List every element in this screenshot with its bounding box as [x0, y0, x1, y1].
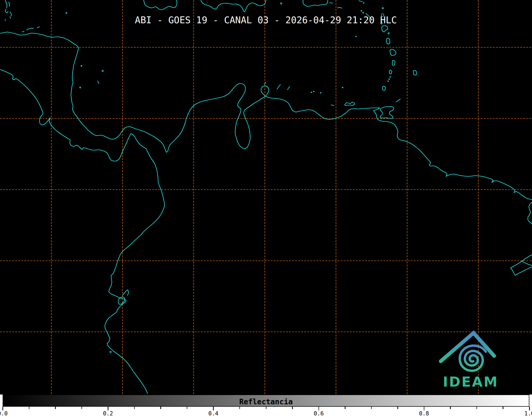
- ideam-logo-hurricane-spiral-icon: [460, 346, 486, 371]
- coastline-caribbean-mainland: [0, 32, 532, 224]
- colorbar-minor-tick: [371, 407, 372, 409]
- colorbar-major-tick: [319, 407, 319, 410]
- la-orchila: [320, 93, 321, 93]
- ideam-logo-text: IDEAM: [443, 374, 498, 390]
- grenadines-1: [390, 77, 391, 77]
- guadeloupe: [382, 25, 388, 32]
- corn-islands: [80, 87, 81, 88]
- st-barth: [363, 3, 364, 3]
- colorbar-tick-label: 0.0: [0, 410, 8, 417]
- colorbar-minor-tick: [55, 407, 56, 409]
- san-andres-island: [98, 81, 99, 84]
- bonaire: [288, 86, 290, 90]
- colorbar-minor-tick: [345, 407, 345, 409]
- colorbar-gradient: Reflectancia: [3, 395, 529, 407]
- grenada: [383, 86, 385, 90]
- los-roques: [311, 92, 312, 93]
- trinidad: [380, 107, 394, 118]
- colorbar-minor-tick: [239, 407, 240, 409]
- coastline-puerto-rico: [303, 0, 328, 6]
- anguilla-st-martin: [359, 1, 362, 2]
- colorbar-minor-tick: [397, 407, 398, 409]
- colorbar-minor-tick: [160, 407, 161, 409]
- mona-island: [281, 3, 282, 4]
- satellite-map: ABI - GOES 19 - CANAL 03 - 2026-04-29 21…: [0, 0, 532, 395]
- amazon-estuary: [511, 255, 532, 275]
- martinique: [390, 49, 396, 56]
- coastlines: [0, 0, 532, 393]
- st-vincent: [389, 70, 392, 74]
- la-tortuga: [331, 105, 334, 106]
- colorbar-tick-label: 0.6: [314, 410, 324, 417]
- st-lucia: [392, 61, 395, 66]
- aves-island: [356, 36, 357, 37]
- grenadines-2: [389, 79, 390, 80]
- colorbar-minor-tick: [134, 407, 135, 409]
- colorbar-tick-label: 0.4: [208, 410, 218, 417]
- colorbar-major-tick: [2, 407, 3, 410]
- curacao: [277, 85, 280, 89]
- colorbar-minor-tick: [266, 407, 267, 409]
- colorbar-minor-tick: [81, 407, 82, 409]
- st-eustatius: [363, 12, 364, 13]
- coastline-jamaica: [144, 0, 177, 10]
- colorbar-minor-tick: [187, 407, 188, 409]
- puna-island: [118, 290, 129, 304]
- coastline-belize-reef: [5, 0, 11, 21]
- map-title: ABI - GOES 19 - CANAL 03 - 2026-04-29 21…: [135, 15, 397, 25]
- barbados: [413, 71, 417, 75]
- colorbar-major-tick: [108, 407, 108, 410]
- colorbar-major-tick: [424, 407, 425, 410]
- graticule-grid: [0, 0, 532, 395]
- swan-island: [66, 12, 67, 13]
- colorbar-minor-tick: [292, 407, 293, 409]
- coastline-hispaniola: [201, 0, 266, 12]
- barbuda: [382, 8, 384, 9]
- saba: [361, 10, 362, 11]
- lobos-island: [110, 351, 111, 353]
- colorbar-tick-label: 1.0: [524, 410, 532, 417]
- colorbar-major-tick: [529, 407, 530, 410]
- margarita-island: [345, 102, 354, 106]
- colorbar-footer: Reflectancia 0.00.20.40.60.81.0: [0, 395, 532, 417]
- dominica: [386, 38, 390, 44]
- colorbar-minor-tick: [29, 407, 30, 409]
- ideam-logo: IDEAM: [441, 333, 498, 390]
- la-blanquilla: [342, 87, 343, 88]
- tobago: [396, 99, 400, 102]
- colorbar-tick-label: 0.2: [103, 410, 113, 417]
- marie-galante: [388, 33, 389, 34]
- coastline-pacific-mainland: [0, 70, 165, 393]
- colorbar-label: Reflectancia: [3, 397, 529, 406]
- miskito-cays: [81, 65, 82, 66]
- coastline-bay-islands: [22, 27, 39, 32]
- colorbar-tick-label: 0.8: [419, 410, 429, 417]
- satellite-image-viewport: ABI - GOES 19 - CANAL 03 - 2026-04-29 21…: [0, 0, 532, 417]
- colorbar-major-tick: [213, 407, 214, 410]
- vieques-st-croix: [329, 3, 342, 8]
- colorbar-minor-tick: [476, 407, 477, 409]
- colorbar-minor-tick: [450, 407, 451, 409]
- los-roques-2: [313, 91, 314, 92]
- grenadines-3: [388, 81, 389, 82]
- providencia-island: [102, 70, 103, 72]
- colorbar-minor-tick: [503, 407, 503, 409]
